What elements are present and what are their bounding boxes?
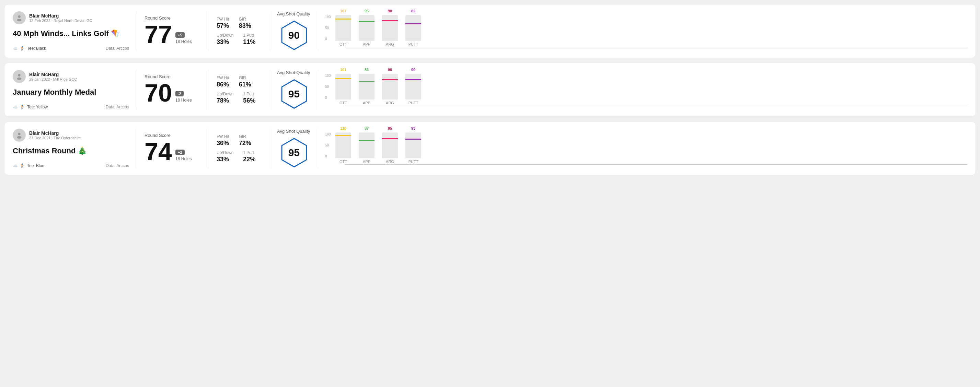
user-name-1: Blair McHarg: [29, 13, 92, 19]
weather-icon: ☁️: [13, 163, 18, 168]
svg-point-4: [18, 133, 20, 135]
avatar-2: [13, 70, 26, 83]
score-label-1: Round Score: [145, 16, 200, 21]
bag-icon: 🏌️: [20, 163, 25, 168]
chart-bar-putt: 93 PUTT: [406, 132, 421, 163]
chart-bar-ott: 107 OTT: [336, 15, 351, 46]
up-down-1: Up/Down 33%: [216, 33, 234, 46]
up-down-2: Up/Down 78%: [216, 92, 234, 104]
avatar-1: [13, 11, 26, 24]
user-icon: [16, 132, 23, 139]
hexagon-1: 90: [279, 20, 310, 51]
fw-hit-2: FW Hit 86%: [216, 76, 229, 88]
chart-section-3: 100 50 0 110 OTT 87 APP: [318, 128, 967, 168]
chart-bar-arg: 95 ARG: [382, 132, 398, 163]
data-source-1: Data: Arccos: [106, 46, 129, 51]
quality-label-3: Avg Shot Quality: [277, 128, 310, 134]
data-source-3: Data: Arccos: [106, 163, 129, 168]
score-diff-1: +5: [175, 32, 185, 38]
score-diff-3: +2: [175, 149, 185, 155]
one-putt-3: 1 Putt 22%: [243, 150, 255, 163]
chart-bar-arg: 96 ARG: [382, 74, 398, 105]
quality-label-1: Avg Shot Quality: [277, 11, 310, 16]
score-label-2: Round Score: [145, 74, 200, 79]
round-title-1: 40 Mph Winds... Links Golf 🪁: [13, 29, 129, 38]
quality-section-3: Avg Shot Quality 95: [270, 128, 318, 168]
one-putt-2: 1 Putt 56%: [243, 92, 255, 104]
data-source-2: Data: Arccos: [106, 105, 129, 109]
chart-bar-putt: 82 PUTT: [406, 15, 421, 46]
quality-section-2: Avg Shot Quality 95: [270, 70, 318, 109]
stats-section-3: FW Hit 36% GIR 72% Up/Down 33% 1 Putt 22…: [208, 128, 270, 168]
user-icon: [16, 73, 23, 80]
chart-bar-putt: 99 PUTT: [406, 74, 421, 105]
chart-bar-ott: 101 OTT: [336, 74, 351, 105]
chart-bar-arg: 98 ARG: [382, 15, 398, 46]
holes-label-2: 18 Holes: [175, 98, 191, 103]
score-diff-2: -2: [175, 91, 184, 97]
bag-icon: 🏌️: [20, 105, 25, 109]
user-name-3: Blair McHarg: [29, 130, 81, 136]
score-number-1: 77: [145, 22, 172, 47]
fw-hit-3: FW Hit 36%: [216, 134, 229, 147]
round-title-2: January Monthly Medal: [13, 88, 129, 97]
score-section-3: Round Score 74 +2 18 Holes: [136, 128, 208, 168]
tee-label-1: Tee: Black: [27, 46, 46, 51]
svg-point-5: [17, 136, 22, 139]
user-name-2: Blair McHarg: [29, 72, 77, 77]
svg-point-0: [18, 16, 20, 18]
score-section-1: Round Score 77 +5 18 Holes: [136, 11, 208, 51]
gir-1: GIR 83%: [239, 17, 251, 30]
user-icon: [16, 14, 23, 22]
hex-score-3: 95: [288, 147, 300, 159]
user-meta-2: 29 Jan 2022 · Mill Ride GCC: [29, 77, 77, 81]
round-card-2: Blair McHarg 29 Jan 2022 · Mill Ride GCC…: [4, 63, 976, 117]
round-card-3: Blair McHarg 27 Dec 2021 · The Oxfordshi…: [4, 121, 976, 175]
fw-hit-1: FW Hit 57%: [216, 17, 229, 30]
tee-label-2: Tee: Yellow: [27, 105, 48, 109]
stats-section-1: FW Hit 57% GIR 83% Up/Down 33% 1 Putt 11…: [208, 11, 270, 51]
round-info-3: Blair McHarg 27 Dec 2021 · The Oxfordshi…: [13, 128, 136, 168]
tee-label-3: Tee: Blue: [27, 163, 44, 168]
quality-section-1: Avg Shot Quality 90: [270, 11, 318, 51]
holes-label-3: 18 Holes: [175, 157, 191, 161]
hexagon-2: 95: [279, 79, 310, 109]
svg-point-3: [17, 78, 22, 80]
user-meta-3: 27 Dec 2021 · The Oxfordshire: [29, 136, 81, 140]
hex-score-2: 95: [288, 88, 300, 100]
chart-bar-app: 86 APP: [359, 74, 374, 105]
one-putt-1: 1 Putt 11%: [243, 33, 255, 46]
score-section-2: Round Score 70 -2 18 Holes: [136, 70, 208, 109]
svg-point-1: [17, 19, 22, 21]
round-title-3: Christmas Round 🎄: [13, 146, 129, 155]
tee-info-1: ☁️ 🏌️ Tee: Black: [13, 46, 46, 51]
chart-section-1: 100 50 0 107 OTT 95 APP: [318, 11, 967, 51]
weather-icon: ☁️: [13, 46, 18, 51]
chart-bar-app: 87 APP: [359, 132, 374, 163]
score-number-2: 70: [145, 81, 172, 105]
svg-point-2: [18, 74, 20, 76]
chart-bar-app: 95 APP: [359, 15, 374, 46]
up-down-3: Up/Down 33%: [216, 150, 234, 163]
user-meta-1: 12 Feb 2022 · Royal North Devon GC: [29, 19, 92, 23]
weather-icon: ☁️: [13, 105, 18, 109]
gir-3: GIR 72%: [239, 134, 251, 147]
round-info-2: Blair McHarg 29 Jan 2022 · Mill Ride GCC…: [13, 70, 136, 109]
chart-section-2: 100 50 0 101 OTT 86 APP: [318, 70, 967, 109]
avatar-3: [13, 128, 26, 142]
gir-2: GIR 61%: [239, 76, 251, 88]
bag-icon: 🏌️: [20, 46, 25, 51]
holes-label-1: 18 Holes: [175, 39, 191, 44]
tee-info-2: ☁️ 🏌️ Tee: Yellow: [13, 105, 48, 109]
score-number-3: 74: [145, 139, 172, 164]
round-info-1: Blair McHarg 12 Feb 2022 · Royal North D…: [13, 11, 136, 51]
score-label-3: Round Score: [145, 133, 200, 138]
tee-info-3: ☁️ 🏌️ Tee: Blue: [13, 163, 44, 168]
stats-section-2: FW Hit 86% GIR 61% Up/Down 78% 1 Putt 56…: [208, 70, 270, 109]
hexagon-3: 95: [279, 137, 310, 168]
chart-bar-ott: 110 OTT: [336, 132, 351, 163]
hex-score-1: 90: [288, 30, 300, 41]
quality-label-2: Avg Shot Quality: [277, 70, 310, 75]
round-card-1: Blair McHarg 12 Feb 2022 · Royal North D…: [4, 4, 976, 58]
